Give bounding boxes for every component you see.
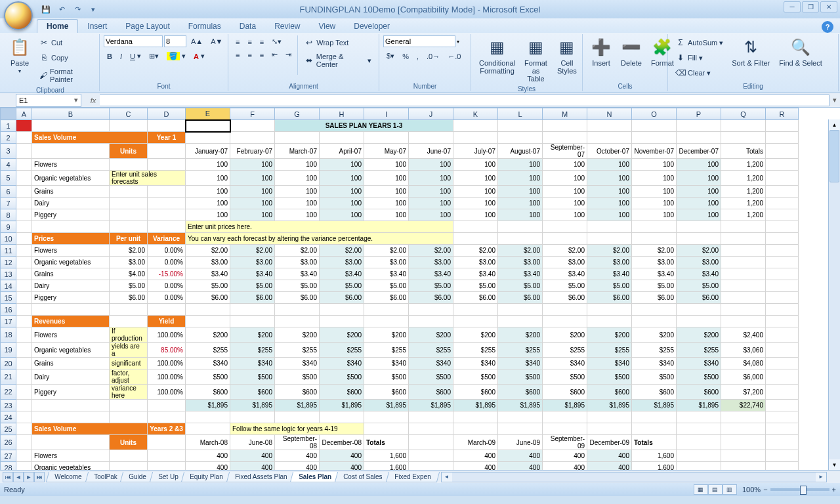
- cell[interactable]: July-07: [453, 144, 498, 159]
- cell[interactable]: November-07: [632, 144, 677, 159]
- cell[interactable]: $500: [632, 369, 677, 385]
- cell[interactable]: $200: [275, 327, 320, 343]
- cell[interactable]: $2.00: [587, 245, 632, 257]
- horizontal-scrollbar[interactable]: [441, 472, 827, 482]
- cell[interactable]: [364, 304, 409, 316]
- cell[interactable]: 100: [498, 198, 543, 209]
- cell[interactable]: $200: [587, 327, 632, 343]
- cell[interactable]: [498, 221, 543, 233]
- cell[interactable]: [766, 327, 799, 343]
- cell[interactable]: [677, 462, 721, 471]
- clear-button[interactable]: ⌫Clear▾: [672, 66, 726, 80]
- cell[interactable]: Enter unit sales forecasts: [110, 171, 186, 186]
- cell[interactable]: $3.00: [186, 257, 230, 268]
- cell[interactable]: $255: [320, 343, 364, 358]
- cell[interactable]: 100: [453, 159, 498, 171]
- cell[interactable]: $2.00: [409, 245, 453, 257]
- cell[interactable]: $340: [543, 358, 587, 369]
- cell[interactable]: $500: [364, 369, 409, 385]
- column-header[interactable]: [1, 108, 16, 120]
- cell[interactable]: 100.00%: [148, 327, 186, 343]
- cell[interactable]: $3.40: [677, 268, 721, 280]
- tab-view[interactable]: View: [309, 20, 345, 33]
- cell[interactable]: Piggery: [32, 209, 110, 221]
- cell[interactable]: 100: [364, 198, 409, 209]
- cell[interactable]: 100: [186, 159, 230, 171]
- column-header[interactable]: 24: [1, 411, 16, 423]
- cell[interactable]: $600: [230, 385, 275, 400]
- cell[interactable]: [587, 120, 632, 132]
- tab-data[interactable]: Data: [230, 20, 265, 33]
- cell[interactable]: 100: [543, 209, 587, 221]
- sheet-tab[interactable]: Sales Plan: [290, 472, 340, 482]
- cell[interactable]: 100: [364, 186, 409, 198]
- cell-styles-button[interactable]: ▦Cell Styles: [553, 35, 581, 76]
- orientation-button[interactable]: ⤡▾: [268, 35, 285, 48]
- cell[interactable]: 400: [453, 462, 498, 471]
- cell[interactable]: $5.00: [453, 280, 498, 292]
- cell[interactable]: $5.00: [186, 280, 230, 292]
- cell[interactable]: [453, 233, 498, 245]
- cell[interactable]: [110, 159, 148, 171]
- cell[interactable]: $340: [275, 358, 320, 369]
- cell[interactable]: [16, 280, 32, 292]
- autosum-button[interactable]: ΣAutoSum▾: [672, 35, 726, 50]
- cell[interactable]: [766, 423, 799, 435]
- cell[interactable]: 400: [543, 450, 587, 462]
- cell[interactable]: [16, 343, 32, 358]
- cell[interactable]: June-08: [230, 435, 275, 450]
- cell[interactable]: [148, 435, 186, 450]
- cell[interactable]: 100: [453, 198, 498, 209]
- column-header[interactable]: 22: [1, 385, 16, 400]
- cell[interactable]: 400: [230, 450, 275, 462]
- cell[interactable]: [766, 171, 799, 186]
- cell[interactable]: $3,060: [721, 343, 766, 358]
- cell[interactable]: 400: [320, 450, 364, 462]
- cell[interactable]: $600: [275, 385, 320, 400]
- column-header[interactable]: Q: [721, 108, 766, 120]
- cell[interactable]: [16, 358, 32, 369]
- cell[interactable]: [543, 304, 587, 316]
- cell[interactable]: [677, 233, 721, 245]
- cell[interactable]: $2.00: [186, 245, 230, 257]
- cell[interactable]: [721, 280, 766, 292]
- cell[interactable]: [766, 144, 799, 159]
- column-header[interactable]: 28: [1, 462, 16, 471]
- cell[interactable]: [677, 450, 721, 462]
- cell[interactable]: 100: [677, 171, 721, 186]
- cell[interactable]: [320, 132, 364, 144]
- cell[interactable]: [543, 132, 587, 144]
- cell[interactable]: Dairy: [32, 280, 110, 292]
- fill-color-button[interactable]: 🪣▾: [163, 50, 189, 62]
- cell[interactable]: Revenues: [32, 316, 110, 327]
- cell[interactable]: [275, 316, 320, 327]
- office-button[interactable]: [4, 1, 33, 30]
- cell[interactable]: 100: [230, 209, 275, 221]
- cell[interactable]: $600: [320, 385, 364, 400]
- cell[interactable]: 100: [275, 209, 320, 221]
- cell[interactable]: [148, 144, 186, 159]
- align-left-button[interactable]: ≡: [232, 49, 243, 61]
- cell[interactable]: [230, 120, 275, 132]
- cell[interactable]: [409, 132, 453, 144]
- cell[interactable]: $3.40: [453, 268, 498, 280]
- cell[interactable]: [320, 316, 364, 327]
- page-break-view-button[interactable]: ▥: [723, 484, 737, 495]
- cell[interactable]: Organic vegetables: [32, 171, 110, 186]
- cell[interactable]: $6.00: [587, 292, 632, 304]
- cell[interactable]: 100: [498, 186, 543, 198]
- cell[interactable]: $5.00: [110, 280, 148, 292]
- cell[interactable]: 100: [320, 159, 364, 171]
- cell[interactable]: 0.00%: [148, 245, 186, 257]
- cell[interactable]: [721, 268, 766, 280]
- cell[interactable]: $255: [587, 343, 632, 358]
- cell[interactable]: October-07: [587, 144, 632, 159]
- cell[interactable]: [766, 159, 799, 171]
- help-icon[interactable]: ?: [822, 21, 833, 33]
- cell[interactable]: [632, 423, 677, 435]
- cell[interactable]: [16, 268, 32, 280]
- cell[interactable]: [110, 316, 148, 327]
- align-right-button[interactable]: ≡: [257, 49, 267, 61]
- cell[interactable]: $200: [677, 327, 721, 343]
- column-header[interactable]: 15: [1, 292, 16, 304]
